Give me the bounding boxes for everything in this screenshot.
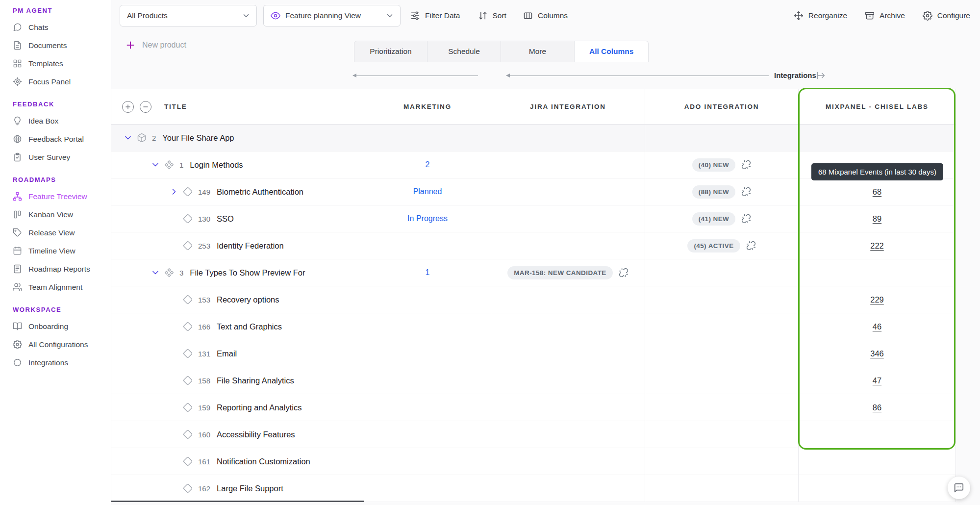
filter-data-button[interactable]: Filter Data [410, 11, 460, 21]
sidebar-item-templates[interactable]: Templates [13, 54, 111, 73]
row-title[interactable]: Your File Share App [162, 133, 234, 143]
chevron-down-icon[interactable] [123, 132, 136, 143]
mixpanel-cell[interactable]: 68 [799, 178, 956, 205]
configure-button[interactable]: Configure [923, 11, 970, 21]
marketing-cell[interactable] [364, 367, 491, 394]
mixpanel-cell[interactable]: 86 [799, 394, 956, 421]
sidebar-item-chats[interactable]: Chats [13, 18, 111, 36]
ado-cell[interactable] [645, 421, 799, 448]
ado-status-badge[interactable]: (88) NEW [692, 185, 735, 199]
jira-cell[interactable] [491, 367, 645, 394]
product-select[interactable]: All Products [120, 5, 257, 26]
mixpanel-count-link[interactable]: 46 [873, 322, 881, 331]
columns-button[interactable]: Columns [523, 11, 568, 21]
mixpanel-cell[interactable]: 229 [799, 286, 956, 313]
mixpanel-cell[interactable] [799, 421, 956, 448]
ado-cell[interactable]: (45) ACTIVE [645, 232, 799, 259]
mixpanel-count-link[interactable]: 47 [873, 376, 881, 385]
sidebar-item-onboarding[interactable]: Onboarding [13, 317, 111, 335]
ado-status-badge[interactable]: (45) ACTIVE [687, 239, 740, 252]
sidebar-item-timeline-view[interactable]: Timeline View [13, 242, 111, 260]
archive-button[interactable]: Archive [865, 11, 905, 21]
jira-cell[interactable] [491, 286, 645, 313]
row-title[interactable]: SSO [217, 214, 234, 224]
ado-cell[interactable] [645, 313, 799, 340]
row-title[interactable]: Text and Graphics [217, 322, 282, 331]
jira-cell[interactable] [491, 421, 645, 448]
mixpanel-cell[interactable]: 46 [799, 313, 956, 340]
marketing-cell[interactable] [364, 394, 491, 421]
jira-cell[interactable] [491, 340, 645, 367]
row-title[interactable]: Login Methods [190, 160, 243, 170]
marketing-cell[interactable] [364, 340, 491, 367]
marketing-cell[interactable] [364, 448, 491, 475]
mapsto-icon[interactable] [816, 70, 827, 81]
ado-cell[interactable] [645, 340, 799, 367]
sidebar-item-kanban-view[interactable]: Kanban View [13, 205, 111, 224]
jira-cell[interactable] [491, 475, 645, 502]
marketing-cell[interactable]: 1 [364, 259, 491, 286]
sidebar-item-integrations[interactable]: Integrations [13, 354, 111, 372]
expand-all-button[interactable] [122, 101, 134, 113]
mixpanel-count-link[interactable]: 89 [873, 214, 881, 224]
chevron-down-icon[interactable] [151, 159, 163, 170]
jira-status-badge[interactable]: MAR-158: NEW CANDIDATE [507, 266, 613, 279]
jira-cell[interactable] [491, 394, 645, 421]
unlink-icon[interactable] [741, 160, 751, 170]
view-select[interactable]: Feature planning View [263, 5, 401, 26]
collapse-all-button[interactable] [140, 101, 151, 113]
mixpanel-cell[interactable]: 222 [799, 232, 956, 259]
chat-fab-button[interactable] [948, 477, 970, 499]
mixpanel-count-link[interactable]: 222 [870, 241, 884, 251]
ado-status-badge[interactable]: (41) NEW [692, 212, 735, 226]
row-title[interactable]: Biometric Authentication [217, 187, 303, 197]
mixpanel-count-link[interactable]: 68 [873, 187, 881, 197]
ado-cell[interactable] [645, 367, 799, 394]
unlink-icon[interactable] [619, 268, 628, 278]
row-title[interactable]: File Types To Show Preview For [190, 268, 305, 278]
mixpanel-count-link[interactable]: 229 [870, 295, 884, 304]
mixpanel-cell[interactable] [799, 259, 956, 286]
mixpanel-cell[interactable] [799, 125, 956, 151]
jira-cell[interactable] [491, 313, 645, 340]
sidebar-item-roadmap-reports[interactable]: Roadmap Reports [13, 260, 111, 278]
tab-all-columns[interactable]: All Columns [575, 41, 649, 62]
sidebar-item-feedback-portal[interactable]: Feedback Portal [13, 130, 111, 148]
row-title[interactable]: Identity Federation [217, 241, 284, 251]
row-title[interactable]: Large File Support [217, 484, 283, 493]
mixpanel-cell[interactable]: 346 [799, 340, 956, 367]
jira-cell[interactable] [491, 152, 645, 178]
marketing-cell[interactable] [364, 475, 491, 502]
unlink-icon[interactable] [741, 214, 751, 224]
tab-schedule[interactable]: Schedule [427, 41, 501, 62]
sidebar-item-all-configurations[interactable]: All Configurations [13, 335, 111, 354]
row-title[interactable]: Accessibility Features [217, 430, 295, 439]
row-title[interactable]: File Sharing Analytics [217, 376, 294, 385]
row-title[interactable]: Notification Customization [217, 457, 310, 466]
sidebar-item-team-alignment[interactable]: Team Alignment [13, 278, 111, 296]
new-product-button[interactable]: New product [122, 39, 189, 51]
ado-cell[interactable] [645, 394, 799, 421]
jira-column-header[interactable]: JIRA INTEGRATION [491, 89, 645, 124]
marketing-cell[interactable] [364, 232, 491, 259]
tab-prioritization[interactable]: Prioritization [354, 41, 427, 62]
ado-cell[interactable] [645, 125, 799, 151]
sidebar-item-idea-box[interactable]: Idea Box [13, 112, 111, 130]
unlink-icon[interactable] [746, 241, 756, 251]
sidebar-item-user-survey[interactable]: User Survey [13, 148, 111, 166]
jira-cell[interactable] [491, 125, 645, 151]
ado-cell[interactable] [645, 448, 799, 475]
mixpanel-column-header[interactable]: MIXPANEL - CHISEL LABS [799, 89, 956, 124]
row-title[interactable]: Reporting and Analytics [217, 403, 302, 412]
ado-cell[interactable]: (88) NEW [645, 178, 799, 205]
sidebar-item-release-view[interactable]: Release View [13, 224, 111, 242]
row-title[interactable]: Recovery options [217, 295, 279, 304]
ado-cell[interactable]: (40) NEW [645, 152, 799, 178]
ado-column-header[interactable]: ADO INTEGRATION [645, 89, 799, 124]
marketing-cell[interactable] [364, 125, 491, 151]
jira-cell[interactable] [491, 232, 645, 259]
mixpanel-cell[interactable] [799, 448, 956, 475]
sort-button[interactable]: Sort [478, 11, 506, 21]
mixpanel-cell[interactable]: 89 [799, 205, 956, 232]
marketing-cell[interactable] [364, 286, 491, 313]
